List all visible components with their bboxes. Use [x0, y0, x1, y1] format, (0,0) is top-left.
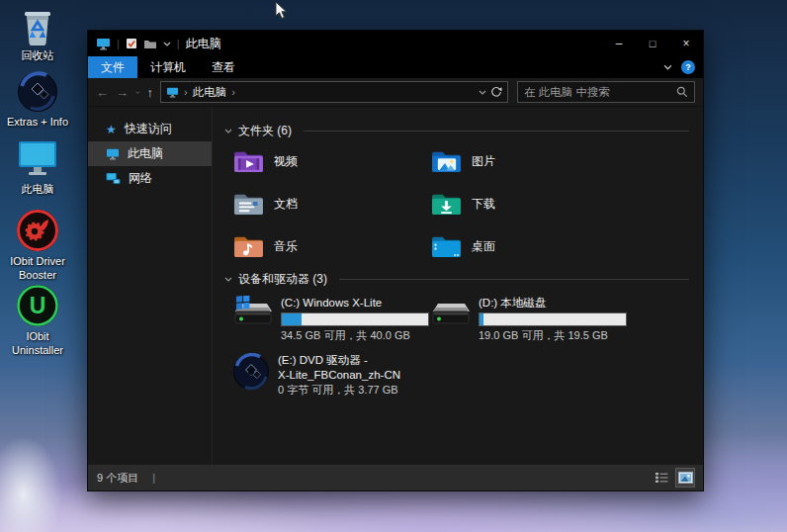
desktop-icon-recycle-bin[interactable]: 回收站 — [2, 7, 73, 63]
tab-file[interactable]: 文件 — [88, 56, 137, 78]
desktop-icon-label: 回收站 — [22, 49, 54, 63]
sidebar-item-network[interactable]: 网络 — [88, 166, 212, 191]
properties-check-icon[interactable] — [126, 38, 137, 49]
desktop-folder-icon — [430, 233, 463, 260]
drive-capacity-fill — [282, 313, 302, 325]
window-title: 此电脑 — [186, 36, 221, 52]
folder-item-music[interactable]: 音乐 — [232, 232, 430, 261]
folder-item-pictures[interactable]: 图片 — [430, 147, 628, 176]
folder-item-documents[interactable]: 文档 — [232, 190, 430, 219]
search-input[interactable] — [524, 86, 676, 98]
folder-item-desktop[interactable]: 桌面 — [430, 232, 628, 261]
desktop-icon-extras-info[interactable]: Extras + Info — [2, 71, 73, 130]
uninstaller-icon: U — [16, 284, 59, 327]
address-dropdown-chevron-icon[interactable] — [479, 90, 486, 95]
desktop-icon-driver-booster[interactable]: IObit Driver Booster — [2, 209, 73, 283]
drive-item-dvd[interactable]: (E:) DVD 驱动器 - X-Lite_FBConan_zh-CN 0 字节… — [232, 353, 693, 398]
toolbar-separator: | — [117, 39, 120, 49]
pictures-folder-icon — [430, 148, 463, 175]
explorer-window: | | 此电脑 – □ × 文件 计算机 查看 ? — [87, 30, 704, 491]
details-view-button[interactable] — [653, 469, 670, 487]
videos-folder-icon — [232, 148, 265, 175]
breadcrumb-computer-icon — [166, 87, 179, 98]
this-pc-icon — [16, 138, 59, 180]
sidebar-item-label: 此电脑 — [128, 145, 163, 162]
extras-info-icon — [17, 71, 58, 113]
file-list-pane: 文件夹 (6) 视频 — [213, 107, 703, 465]
folder-label: 下载 — [472, 196, 495, 213]
search-icon[interactable] — [676, 86, 688, 98]
quick-access-star-icon: ★ — [106, 124, 117, 135]
navigation-pane: ★ 快速访问 此电脑 网络 — [88, 107, 213, 465]
sidebar-item-label: 快速访问 — [125, 121, 172, 137]
maximize-button[interactable]: □ — [636, 31, 669, 56]
search-box[interactable] — [517, 81, 695, 103]
breadcrumb-separator: › — [231, 86, 235, 98]
status-bar: 9 个项目 | — [88, 465, 703, 490]
large-icons-view-icon — [678, 472, 693, 484]
history-chevron-icon[interactable] — [135, 90, 140, 95]
sidebar-item-this-pc[interactable]: 此电脑 — [88, 141, 212, 166]
ribbon-expand-chevron-icon[interactable] — [663, 64, 672, 70]
qat-customize-chevron-icon[interactable] — [163, 42, 171, 46]
back-button[interactable]: ← — [96, 86, 109, 99]
desktop-icon-label: 此电脑 — [22, 183, 54, 197]
quick-access-toolbar: | | — [88, 38, 180, 50]
folder-label: 桌面 — [472, 238, 495, 255]
section-collapse-chevron-icon[interactable] — [224, 277, 232, 282]
drive-name-line2: X-Lite_FBConan_zh-CN — [278, 368, 446, 383]
drive-item-d[interactable]: (D:) 本地磁盘 19.0 GB 可用，共 19.5 GB — [430, 296, 628, 343]
drive-capacity-text: 0 字节 可用，共 3.77 GB — [278, 383, 446, 398]
tab-computer[interactable]: 计算机 — [137, 56, 199, 78]
drive-capacity-bar — [479, 312, 627, 326]
refresh-icon[interactable] — [490, 86, 502, 98]
address-bar[interactable]: › 此电脑 › — [160, 81, 508, 103]
sidebar-item-quick-access[interactable]: ★ 快速访问 — [88, 117, 212, 141]
drive-capacity-bar — [281, 312, 429, 326]
section-title: 文件夹 (6) — [238, 123, 292, 139]
folder-label: 文档 — [274, 196, 298, 213]
drive-name: (C:) Windows X-Lite — [281, 296, 429, 310]
drive-capacity-text: 34.5 GB 可用，共 40.0 GB — [281, 328, 429, 343]
downloads-folder-icon — [430, 191, 463, 218]
drive-capacity-text: 19.0 GB 可用，共 19.5 GB — [479, 328, 627, 343]
this-pc-icon — [106, 148, 120, 160]
tab-view[interactable]: 查看 — [199, 56, 248, 78]
minimize-button[interactable]: – — [602, 31, 636, 56]
drives-section-header[interactable]: 设备和驱动器 (3) — [224, 271, 693, 288]
new-folder-icon[interactable] — [143, 39, 157, 49]
folder-item-videos[interactable]: 视频 — [232, 147, 430, 176]
d-drive-icon — [430, 296, 472, 343]
breadcrumb-separator: › — [184, 86, 188, 98]
navigation-bar: ← → ↑ › 此电脑 › — [88, 78, 703, 107]
network-icon — [106, 172, 121, 185]
folders-section-header[interactable]: 文件夹 (6) — [224, 123, 693, 139]
title-bar: | | 此电脑 – □ × — [88, 31, 703, 56]
close-button[interactable]: × — [669, 31, 703, 56]
desktop-icon-label: IObit Uninstaller — [2, 330, 73, 358]
desktop-icon-this-pc[interactable]: 此电脑 — [2, 138, 73, 197]
driver-booster-icon — [16, 209, 59, 252]
folder-label: 音乐 — [274, 238, 298, 255]
section-divider — [339, 279, 689, 280]
large-icons-view-button[interactable] — [676, 469, 694, 487]
desktop-icon-label: Extras + Info — [7, 116, 68, 130]
recycle-bin-icon — [20, 7, 55, 46]
section-divider — [304, 131, 689, 132]
up-button[interactable]: ↑ — [147, 86, 154, 99]
desktop-icon-iobit-uninstaller[interactable]: U IObit Uninstaller — [2, 284, 73, 358]
forward-button[interactable]: → — [116, 86, 129, 99]
drives-grid: (C:) Windows X-Lite 34.5 GB 可用，共 40.0 GB — [232, 296, 693, 343]
section-collapse-chevron-icon[interactable] — [224, 129, 232, 133]
documents-folder-icon — [232, 191, 265, 218]
svg-text:U: U — [30, 293, 46, 318]
folder-item-downloads[interactable]: 下载 — [430, 190, 628, 219]
section-title: 设备和驱动器 (3) — [238, 271, 327, 288]
help-button[interactable]: ? — [681, 60, 695, 74]
details-view-icon — [656, 472, 668, 484]
folder-label: 视频 — [274, 153, 298, 170]
drive-item-c[interactable]: (C:) Windows X-Lite 34.5 GB 可用，共 40.0 GB — [232, 296, 430, 343]
toolbar-separator: | — [177, 39, 180, 49]
breadcrumb-this-pc[interactable]: 此电脑 — [193, 85, 227, 100]
window-computer-icon — [96, 38, 111, 50]
